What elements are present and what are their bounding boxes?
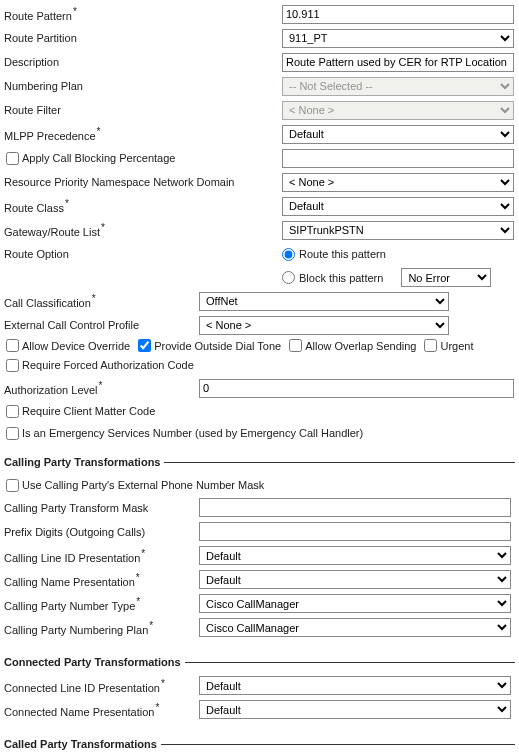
required-asterisk: * [141,548,145,559]
route-pattern-input[interactable] [282,5,514,24]
use-external-mask-label: Use Calling Party's External Phone Numbe… [22,479,264,491]
calling-number-type-select[interactable]: Cisco CallManager [199,594,511,613]
route-class-label: Route Class [4,202,64,214]
prefix-digits-input[interactable] [199,522,511,541]
mlpp-select[interactable]: Default [282,125,514,144]
required-asterisk: * [161,678,165,689]
clid-presentation-select[interactable]: Default [199,546,511,565]
allow-overlap-sending-label: Allow Overlap Sending [305,340,416,352]
provide-outside-dial-tone-label: Provide Outside Dial Tone [154,340,281,352]
apply-call-blocking-checkbox[interactable] [6,152,19,165]
route-this-pattern-radio[interactable] [282,248,295,261]
provide-outside-dial-tone-checkbox[interactable] [138,339,151,352]
required-asterisk: * [73,6,77,17]
allow-overlap-sending-checkbox[interactable] [289,339,302,352]
require-forced-auth-checkbox[interactable] [6,359,19,372]
connected-line-presentation-label: Connected Line ID Presentation [4,681,160,693]
route-option-label: Route Option [4,248,69,260]
connected-party-section: Connected Party Transformations Connecte… [4,656,515,724]
block-this-pattern-radio[interactable] [282,271,295,284]
ext-profile-select[interactable]: < None > [199,316,449,335]
called-party-section: Called Party Transformations Discard Dig… [4,738,515,756]
numbering-plan-label: Numbering Plan [4,80,83,92]
gateway-label: Gateway/Route List [4,226,100,238]
gateway-select[interactable]: SIPTrunkPSTN [282,221,514,240]
mlpp-label: MLPP Precedence [4,130,96,142]
required-asterisk: * [99,380,103,391]
description-label: Description [4,56,59,68]
urgent-label: Urgent [440,340,473,352]
route-partition-label: Route Partition [4,32,77,44]
route-class-select[interactable]: Default [282,197,514,216]
connected-line-presentation-select[interactable]: Default [199,676,511,695]
ext-profile-label: External Call Control Profile [4,319,139,331]
required-asterisk: * [92,293,96,304]
required-asterisk: * [155,702,159,713]
call-classification-label: Call Classification [4,297,91,309]
apply-call-blocking-input [282,149,514,168]
is-emergency-checkbox[interactable] [6,427,19,440]
require-forced-auth-label: Require Forced Authorization Code [22,359,194,371]
auth-level-input[interactable] [199,379,514,398]
calling-name-presentation-select[interactable]: Default [199,570,511,589]
rp-namespace-select[interactable]: < None > [282,173,514,192]
allow-device-override-checkbox[interactable] [6,339,19,352]
required-asterisk: * [65,198,69,209]
description-input[interactable] [282,53,514,72]
transform-mask-label: Calling Party Transform Mask [4,502,148,514]
required-asterisk: * [97,126,101,137]
required-asterisk: * [136,572,140,583]
required-asterisk: * [149,620,153,631]
calling-number-type-label: Calling Party Number Type [4,599,135,611]
rp-namespace-label: Resource Priority Namespace Network Doma… [4,176,234,188]
auth-level-label: Authorization Level [4,384,98,396]
apply-call-blocking-label: Apply Call Blocking Percentage [22,152,175,164]
urgent-checkbox[interactable] [424,339,437,352]
numbering-plan-select: -- Not Selected -- [282,77,514,96]
calling-party-legend: Calling Party Transformations [4,456,164,468]
route-pattern-label: Route Pattern [4,10,72,22]
prefix-digits-label: Prefix Digits (Outgoing Calls) [4,526,145,538]
block-this-pattern-label: Block this pattern [299,272,383,284]
calling-name-presentation-label: Calling Name Presentation [4,575,135,587]
calling-numbering-plan-select[interactable]: Cisco CallManager [199,618,511,637]
required-asterisk: * [101,222,105,233]
transform-mask-input[interactable] [199,498,511,517]
called-party-legend: Called Party Transformations [4,738,161,750]
required-asterisk: * [136,596,140,607]
connected-party-legend: Connected Party Transformations [4,656,185,668]
route-this-pattern-label: Route this pattern [299,248,386,260]
require-cmc-checkbox[interactable] [6,405,19,418]
is-emergency-label: Is an Emergency Services Number (used by… [22,427,363,439]
clid-presentation-label: Calling Line ID Presentation [4,551,140,563]
calling-party-section: Calling Party Transformations Use Callin… [4,456,515,642]
call-classification-select[interactable]: OffNet [199,292,449,311]
connected-name-presentation-label: Connected Name Presentation [4,705,154,717]
allow-device-override-label: Allow Device Override [22,340,130,352]
require-cmc-label: Require Client Matter Code [22,405,155,417]
block-error-select[interactable]: No Error [401,268,491,287]
connected-name-presentation-select[interactable]: Default [199,700,511,719]
route-filter-label: Route Filter [4,104,61,116]
route-filter-select: < None > [282,101,514,120]
calling-numbering-plan-label: Calling Party Numbering Plan [4,623,148,635]
route-partition-select[interactable]: 911_PT [282,29,514,48]
use-external-mask-checkbox[interactable] [6,479,19,492]
